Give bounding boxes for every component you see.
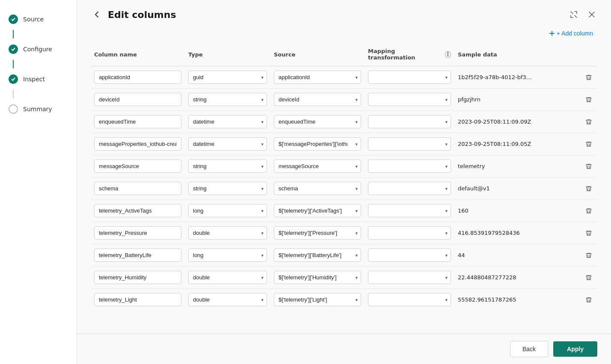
column-name-input[interactable] bbox=[94, 71, 181, 84]
source-select[interactable]: $['telemetry']['Humidity'] bbox=[274, 271, 361, 284]
mapping-select[interactable] bbox=[368, 182, 451, 195]
sidebar-label-summary: Summary bbox=[23, 106, 52, 112]
mapping-select[interactable] bbox=[368, 137, 451, 151]
mapping-select[interactable] bbox=[368, 115, 451, 128]
type-select[interactable]: guidstringdatetimelongdoubleintboolean bbox=[188, 204, 267, 217]
column-name-input[interactable] bbox=[94, 271, 181, 284]
sidebar: Source Configure Inspect Summary bbox=[0, 0, 77, 364]
delete-row-button[interactable] bbox=[584, 295, 594, 305]
delete-row-button[interactable] bbox=[584, 117, 594, 127]
mapping-select[interactable] bbox=[368, 249, 451, 262]
delete-row-button[interactable] bbox=[584, 95, 594, 105]
sidebar-label-inspect: Inspect bbox=[23, 76, 45, 83]
delete-row-button[interactable] bbox=[584, 228, 594, 238]
type-select[interactable]: guidstringdatetimelongdoubleintboolean bbox=[188, 271, 267, 284]
column-name-input[interactable] bbox=[94, 93, 181, 106]
main-content: Edit columns + Add column bbox=[77, 0, 611, 364]
source-select[interactable]: enqueuedTime bbox=[274, 115, 361, 128]
th-actions bbox=[580, 46, 597, 62]
step-circle-summary bbox=[9, 104, 18, 114]
header-right bbox=[568, 9, 597, 20]
column-name-input[interactable] bbox=[94, 204, 181, 217]
type-select[interactable]: guidstringdatetimelongdoubleintboolean bbox=[188, 137, 267, 151]
sample-data-value: 1b2f5f29-a78b-4012-bf31-201... bbox=[458, 74, 535, 80]
table-row: guidstringdatetimelongdoubleintboolean▾d… bbox=[91, 89, 597, 111]
add-column-button[interactable]: + Add column bbox=[545, 27, 597, 39]
sample-data-value: default@v1 bbox=[458, 185, 490, 192]
mapping-select[interactable] bbox=[368, 93, 451, 106]
mapping-select[interactable] bbox=[368, 271, 451, 284]
column-name-input[interactable] bbox=[94, 182, 181, 195]
back-button[interactable]: Back bbox=[510, 341, 548, 357]
source-select[interactable]: schema bbox=[274, 182, 361, 195]
table-header: Column name Type Source Mapping transfor… bbox=[91, 43, 597, 66]
type-select[interactable]: guidstringdatetimelongdoubleintboolean bbox=[188, 71, 267, 84]
sample-data-value: 2023-09-25T08:11:09.09Z bbox=[458, 118, 531, 125]
type-select[interactable]: guidstringdatetimelongdoubleintboolean bbox=[188, 249, 267, 262]
sample-data-value: pfgzjhrn bbox=[458, 96, 480, 103]
source-select[interactable]: $['telemetry']['Pressure'] bbox=[274, 226, 361, 240]
table-row: guidstringdatetimelongdoubleintboolean▾m… bbox=[91, 155, 597, 178]
sample-data-value: telemetry bbox=[458, 163, 485, 169]
delete-row-button[interactable] bbox=[584, 139, 594, 149]
header: Edit columns bbox=[77, 0, 611, 27]
close-icon-button[interactable] bbox=[586, 9, 597, 20]
sidebar-item-source[interactable]: Source bbox=[0, 9, 77, 30]
table-row: guidstringdatetimelongdoubleintboolean▾s… bbox=[91, 178, 597, 200]
table-row: guidstringdatetimelongdoubleintboolean▾$… bbox=[91, 222, 597, 244]
source-select[interactable]: $['messageProperties']['iothu bbox=[274, 137, 361, 151]
table-row: guidstringdatetimelongdoubleintboolean▾$… bbox=[91, 133, 597, 155]
back-navigation-button[interactable] bbox=[91, 9, 103, 21]
step-circle-source bbox=[9, 15, 18, 24]
th-column-name: Column name bbox=[91, 46, 185, 62]
table-row: guidstringdatetimelongdoubleintboolean▾$… bbox=[91, 244, 597, 266]
column-name-input[interactable] bbox=[94, 226, 181, 240]
column-name-input[interactable] bbox=[94, 115, 181, 128]
sidebar-item-summary[interactable]: Summary bbox=[0, 98, 77, 120]
mapping-select[interactable] bbox=[368, 293, 451, 306]
sidebar-item-configure[interactable]: Configure bbox=[0, 38, 77, 60]
type-select[interactable]: guidstringdatetimelongdoubleintboolean bbox=[188, 182, 267, 195]
th-mapping: Mapping transformation i bbox=[365, 46, 454, 62]
step-circle-configure bbox=[9, 44, 18, 54]
table-row: guidstringdatetimelongdoubleintboolean▾$… bbox=[91, 289, 597, 311]
delete-row-button[interactable] bbox=[584, 72, 594, 83]
th-source: Source bbox=[270, 46, 365, 62]
column-name-input[interactable] bbox=[94, 249, 181, 262]
sample-data-value: 44 bbox=[458, 252, 465, 258]
page-title: Edit columns bbox=[108, 9, 176, 20]
source-select[interactable]: $['telemetry']['ActiveTags'] bbox=[274, 204, 361, 217]
delete-row-button[interactable] bbox=[584, 161, 594, 172]
mapping-select[interactable] bbox=[368, 160, 451, 173]
column-name-input[interactable] bbox=[94, 293, 181, 306]
source-select[interactable]: $['telemetry']['Light'] bbox=[274, 293, 361, 306]
type-select[interactable]: guidstringdatetimelongdoubleintboolean bbox=[188, 160, 267, 173]
info-icon: i bbox=[445, 51, 451, 58]
expand-icon-button[interactable] bbox=[568, 9, 579, 20]
delete-row-button[interactable] bbox=[584, 206, 594, 216]
delete-row-button[interactable] bbox=[584, 250, 594, 260]
sample-data-value: 160 bbox=[458, 207, 469, 214]
table-body: guidstringdatetimelongdoubleintboolean▾a… bbox=[91, 66, 597, 311]
source-select[interactable]: deviceId bbox=[274, 93, 361, 106]
apply-button[interactable]: Apply bbox=[553, 341, 597, 357]
mapping-select[interactable] bbox=[368, 71, 451, 84]
sample-data-value: 55582.96151787265 bbox=[458, 296, 516, 303]
source-select[interactable]: messageSource bbox=[274, 160, 361, 173]
source-select[interactable]: $['telemetry']['BatteryLife'] bbox=[274, 249, 361, 262]
delete-row-button[interactable] bbox=[584, 183, 594, 194]
sidebar-label-configure: Configure bbox=[23, 46, 52, 53]
sample-data-value: 416.85391979528436 bbox=[458, 230, 520, 236]
delete-row-button[interactable] bbox=[584, 272, 594, 283]
column-name-input[interactable] bbox=[94, 160, 181, 173]
sample-data-value: 2023-09-25T08:11:09.05Z bbox=[458, 141, 531, 147]
type-select[interactable]: guidstringdatetimelongdoubleintboolean bbox=[188, 226, 267, 240]
column-name-input[interactable] bbox=[94, 137, 181, 151]
type-select[interactable]: guidstringdatetimelongdoubleintboolean bbox=[188, 93, 267, 106]
mapping-select[interactable] bbox=[368, 204, 451, 217]
mapping-select[interactable] bbox=[368, 226, 451, 240]
type-select[interactable]: guidstringdatetimelongdoubleintboolean bbox=[188, 115, 267, 128]
type-select[interactable]: guidstringdatetimelongdoubleintboolean bbox=[188, 293, 267, 306]
source-select[interactable]: applicationId bbox=[274, 71, 361, 84]
sidebar-item-inspect[interactable]: Inspect bbox=[0, 68, 77, 90]
